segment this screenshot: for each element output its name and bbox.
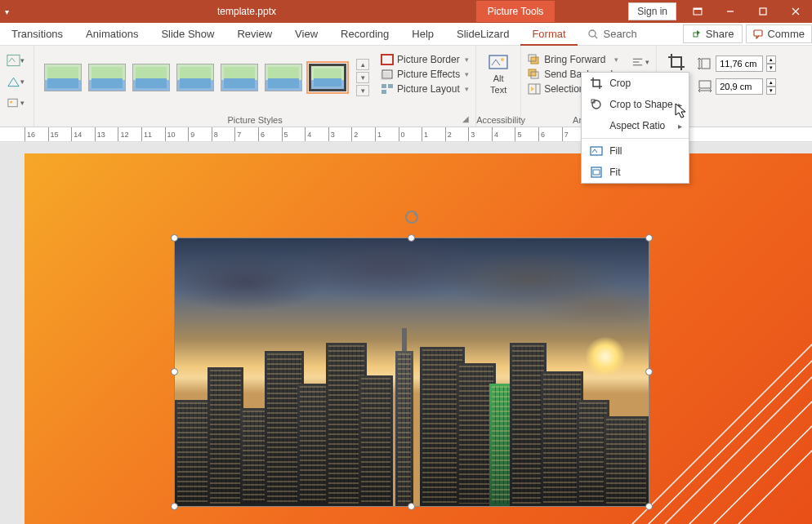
remove-background-button[interactable]: ▾ [7,52,25,69]
selected-picture[interactable] [175,238,649,506]
crop-menu-crop[interactable]: Crop [582,73,689,94]
resize-handle-s[interactable] [408,503,415,510]
maximize-button[interactable] [747,0,779,23]
picture-layout-button[interactable]: Picture Layout▾ [381,83,469,95]
ribbon-display-options-button[interactable] [681,0,714,23]
sign-in-button[interactable]: Sign in [628,2,676,20]
group-label-picture-styles: Picture Styles [34,115,475,125]
tab-format[interactable]: Format [520,23,577,46]
svg-rect-11 [8,99,17,106]
document-title: template.pptx [217,6,276,17]
picture-effects-button[interactable]: Picture Effects▾ [381,69,469,80]
resize-handle-nw[interactable] [171,234,178,242]
bring-forward-button[interactable]: Bring Forward▾ [528,54,623,65]
tab-view[interactable]: View [283,23,329,46]
svg-rect-37 [702,59,710,69]
style-thumb-3[interactable] [132,64,170,91]
svg-rect-13 [381,55,393,64]
shape-width-input[interactable] [716,78,763,95]
width-spinner[interactable]: ▴▾ [766,78,776,95]
comments-button[interactable]: Comme [746,24,812,43]
ruler-tick: 1 [422,127,445,141]
gallery-up-icon[interactable]: ▴ [356,59,369,70]
tab-help[interactable]: Help [400,23,445,46]
tab-animations[interactable]: Animations [74,23,149,46]
crop-menu-aspect-ratio[interactable]: Aspect Ratio ▸ [582,115,689,136]
ruler-tick: 4 [305,127,328,141]
tell-me-search[interactable]: Search [578,28,647,40]
ruler-tick: 13 [95,127,118,141]
width-field-row: ▴▾ [698,78,776,95]
crop-menu-crop-to-shape[interactable]: Crop to Shape ▸ [582,94,689,115]
ruler-tick: 11 [141,127,165,141]
resize-handle-se[interactable] [645,503,653,510]
resize-handle-ne[interactable] [645,234,653,242]
resize-handle-n[interactable] [408,234,415,242]
close-button[interactable] [779,0,812,23]
resize-handle-sw[interactable] [171,503,178,510]
crop-menu-fill[interactable]: Fill [582,140,689,162]
svg-rect-18 [381,90,386,94]
ruler-tick: 1 [375,127,399,141]
ruler-tick: 6 [258,127,282,141]
svg-line-45 [722,434,812,524]
style-thumb-2[interactable] [88,64,126,91]
ruler-tick: 16 [25,127,48,141]
tab-slide-show[interactable]: Slide Show [149,23,225,46]
selection-pane-icon [528,83,541,95]
svg-rect-21 [531,57,538,64]
title-bar: ▾ template.pptx Picture Tools Sign in [0,0,812,23]
resize-handle-w[interactable] [171,368,178,375]
share-button[interactable]: Share [683,24,743,43]
svg-point-32 [592,100,600,109]
height-spinner[interactable]: ▴▾ [766,56,776,72]
minimize-button[interactable] [714,0,747,23]
tab-recording[interactable]: Recording [329,23,400,46]
gallery-down-icon[interactable]: ▾ [356,72,369,83]
rotate-handle[interactable] [405,211,418,224]
align-button[interactable]: ▾ [631,54,649,70]
gallery-more-icon[interactable]: ▾ [356,85,369,96]
fill-icon [590,144,603,158]
picture-border-icon [381,54,394,65]
submenu-arrow-icon: ▸ [678,122,682,131]
svg-point-20 [501,58,504,61]
shape-height-input[interactable] [716,56,763,72]
slide[interactable] [25,153,812,524]
contextual-tab-picture-tools[interactable]: Picture Tools [476,1,555,22]
width-icon [698,80,712,93]
tab-transitions[interactable]: Transitions [0,23,74,46]
resize-handle-e[interactable] [645,368,653,375]
ribbon-panel: ▾ ▾ ▾ ▴ ▾ ▾ [0,46,812,127]
picture-styles-dialog-launcher[interactable]: ◢ [462,114,472,124]
ruler-tick: 7 [234,127,258,141]
svg-rect-9 [754,30,762,36]
style-thumb-6[interactable] [265,64,302,91]
group-adjust-partial: ▾ ▾ ▾ [0,46,34,127]
style-thumb-7-selected[interactable] [309,64,346,91]
picture-border-button[interactable]: Picture Border▾ [381,54,469,65]
crop-icon [590,77,603,90]
gallery-scroll[interactable]: ▴ ▾ ▾ [356,59,369,96]
crop-menu-fit[interactable]: Fit [582,162,689,183]
tab-slidelizard[interactable]: SlideLizard [445,23,520,46]
crop-split-button[interactable]: Crop ▾ Crop Crop to Shape ▸ Asp [663,49,689,96]
style-thumb-4[interactable] [176,64,214,91]
crop-dropdown-menu: Crop Crop to Shape ▸ Aspect Ratio ▸ [581,72,689,184]
corrections-button[interactable]: ▾ [7,73,25,90]
svg-line-42 [673,385,812,524]
alt-text-button[interactable]: Alt Text [483,49,514,100]
picture-styles-gallery[interactable]: ▴ ▾ ▾ [41,49,373,106]
qat-customize-icon[interactable]: ▾ [5,7,9,16]
ruler-tick: 2 [445,127,469,141]
tab-review[interactable]: Review [225,23,283,46]
slide-canvas-area[interactable] [0,142,812,524]
horizontal-ruler[interactable]: 161514131211109876543210123456789101112 [0,127,812,142]
svg-point-12 [10,101,12,104]
ruler-tick: 12 [118,127,141,141]
ruler-tick: 10 [165,127,189,141]
change-picture-button[interactable]: ▾ [7,95,25,111]
style-thumb-5[interactable] [221,64,258,91]
style-thumb-1[interactable] [44,64,82,91]
svg-rect-1 [694,8,702,10]
